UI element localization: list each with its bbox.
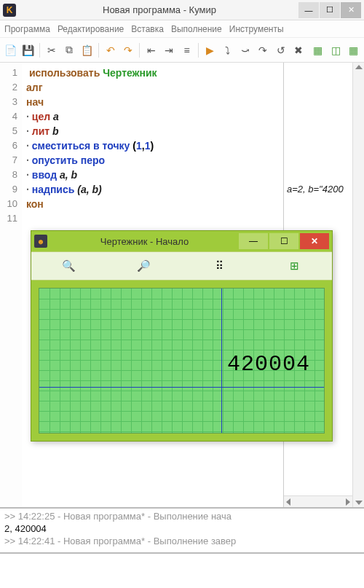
drawer-title: Чертежник - Начало (52, 236, 237, 247)
drawing-canvas[interactable]: // grid lines drawn via absolutely posit… (39, 288, 325, 434)
menu-tools[interactable]: Инструменты (229, 24, 284, 34)
menu-program[interactable]: Программа (4, 24, 50, 34)
run-icon[interactable]: ▶ (202, 42, 218, 58)
list-icon[interactable]: ≡ (179, 42, 194, 58)
fit-icon[interactable]: ⊞ (285, 257, 303, 275)
drawer-app-icon: ☻ (34, 235, 47, 248)
save-icon[interactable]: 💾 (20, 42, 36, 58)
console-line: 2, 420004 (4, 522, 360, 535)
close-button[interactable]: ✕ (341, 2, 361, 18)
zoom-in-icon[interactable]: 🔍 (60, 257, 78, 275)
titlebar: K Новая программа - Кумир — ☐ ✕ (0, 0, 364, 20)
var-display: a=2, b="4200 (287, 184, 344, 195)
step2-icon[interactable]: ↺ (273, 42, 288, 58)
x-axis (39, 387, 324, 388)
drawer-minimize-button[interactable]: — (239, 233, 268, 249)
panel-icon[interactable]: ◫ (328, 42, 344, 58)
zoom-out-icon[interactable]: 🔎 (135, 257, 153, 275)
indent-right-icon[interactable]: ⇥ (162, 42, 177, 58)
scrollbar-vertical[interactable] (352, 63, 364, 507)
y-axis (221, 289, 222, 433)
stop-icon[interactable]: ✖ (290, 42, 306, 58)
console-line: >> 14:22:25 - Новая программа* - Выполне… (4, 510, 360, 522)
minimize-button[interactable]: — (298, 2, 319, 18)
redo-icon[interactable]: ↷ (120, 42, 135, 58)
grid-toggle-icon[interactable]: ⠿ (210, 257, 228, 275)
maximize-button[interactable]: ☐ (320, 2, 340, 18)
drawer-titlebar[interactable]: ☻ Чертежник - Начало — ☐ ✕ (31, 231, 332, 251)
step-in-icon[interactable]: ⤵ (220, 42, 235, 58)
menu-run[interactable]: Выполнение (171, 24, 222, 34)
main-area: 123 456 789 1011 использовать Чертежник … (0, 63, 364, 507)
step-icon[interactable]: ↷ (256, 42, 271, 58)
copy-icon[interactable]: ⧉ (62, 42, 77, 58)
drawer-window[interactable]: ☻ Чертежник - Начало — ☐ ✕ 🔍 🔎 ⠿ ⊞ // gr… (31, 230, 333, 442)
window-title: Новая программа - Кумир (20, 4, 298, 15)
indent-left-icon[interactable]: ⇤ (143, 42, 159, 58)
scrollbar-horizontal[interactable] (284, 495, 352, 507)
drawer-close-button[interactable]: ✕ (300, 233, 329, 249)
toolbar: 📄 💾 ✂ ⧉ 📋 ↶ ↷ ⇤ ⇥ ≡ ▶ ⤵ ⤻ ↷ ↺ ✖ ▦ ◫ ▦ (0, 38, 364, 63)
new-file-icon[interactable]: 📄 (3, 42, 18, 58)
grid-icon[interactable]: ▦ (310, 42, 325, 58)
drawer-maximize-button[interactable]: ☐ (269, 233, 298, 249)
grid2-icon[interactable]: ▦ (346, 42, 361, 58)
drawer-toolbar: 🔍 🔎 ⠿ ⊞ (31, 251, 332, 281)
gutter: 123 456 789 1011 (0, 63, 22, 507)
console[interactable]: >> 14:22:25 - Новая программа* - Выполне… (0, 507, 364, 552)
menu-edit[interactable]: Редактирование (58, 24, 124, 34)
step-over-icon[interactable]: ⤻ (238, 42, 253, 58)
app-icon: K (3, 4, 16, 17)
canvas-label: 420004 (227, 352, 310, 377)
paste-icon[interactable]: 📋 (79, 42, 95, 58)
bottom-pane (0, 552, 364, 587)
console-line: >> 14:22:41 - Новая программа* - Выполне… (4, 535, 360, 547)
menu-insert[interactable]: Вставка (131, 24, 164, 34)
undo-icon[interactable]: ↶ (103, 42, 118, 58)
cut-icon[interactable]: ✂ (44, 42, 59, 58)
menubar: Программа Редактирование Вставка Выполне… (0, 20, 364, 38)
